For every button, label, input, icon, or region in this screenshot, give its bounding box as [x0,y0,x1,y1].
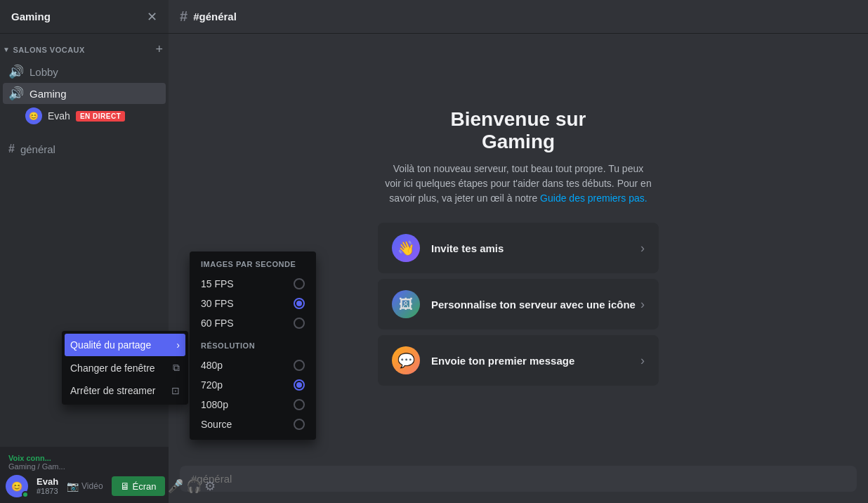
bottom-avatar: 😊 [6,475,28,497]
change-window-label: Changer de fenêtre [70,362,155,374]
chevron-right-message: › [640,353,645,368]
voice-channels-section: ▼ SALONS VOCAUX + 🔊 Lobby 🔊 Gaming 😊 Eva… [0,34,169,133]
fps-30-radio[interactable] [294,298,305,309]
message-icon: 💬 [392,346,420,374]
avatar-evah: 😊 [25,107,42,124]
message-input-bar [169,466,868,503]
voice-connected-channel: Gaming / Gam... [8,462,160,471]
res-source-label: Source [201,419,232,430]
channel-name-gaming: Gaming [29,88,67,100]
voice-connected-label: Voix conn... [8,454,160,462]
online-status-dot [22,491,29,498]
context-menu-quality[interactable]: Qualité du partage › [65,334,185,356]
user-info-bottom: Evah #1873 [37,476,58,497]
fps-option-30[interactable]: 30 FPS [195,294,310,313]
channel-name-lobby: Lobby [29,66,58,78]
hash-icon-general: # [8,143,15,155]
res-720-radio[interactable] [294,379,305,391]
message-input[interactable] [180,466,857,492]
main-header: # #général [169,0,868,34]
server-name: Gaming [11,11,51,22]
channel-name-general: général [20,143,55,155]
action-card-invite[interactable]: 👋 Invite tes amis › [378,223,659,273]
microphone-icon: 🎤 [168,478,183,494]
hash-icon-header: # [180,8,188,25]
voice-icon-lobby: 🔊 [8,64,24,79]
server-header[interactable]: Gaming ✕ [0,0,169,34]
action-label-server-icon: Personnalise ton serveur avec une icône [431,299,640,311]
fps-60-label: 60 FPS [201,318,234,329]
action-label-first-message: Envoie ton premier message [431,355,640,367]
camera-icon: 📷 [67,481,79,492]
resolution-720p[interactable]: 720p [195,375,310,395]
res-1080-label: 1080p [201,399,228,410]
gear-icon: ⚙ [204,478,216,494]
fps-option-60[interactable]: 60 FPS [195,313,310,333]
user-item-evah[interactable]: 😊 Evah EN DIRECT [3,105,166,127]
action-card-server-icon[interactable]: 🖼 Personnalise ton serveur avec une icôn… [378,279,659,329]
fps-15-label: 15 FPS [201,278,234,289]
text-channels-section: # général [0,133,169,164]
welcome-title: Bienvenue surGaming [451,108,586,153]
chevron-right-server: › [640,297,645,312]
resolution-480p[interactable]: 480p [195,355,310,375]
channel-item-lobby[interactable]: 🔊 Lobby [3,61,166,82]
bottom-controls: 😊 Evah #1873 📷 Vidéo 🖥 Écran 🎤 🎧 [6,475,163,497]
mute-button[interactable]: 🎤 [168,475,183,497]
guide-link[interactable]: Guide des premiers pas. [540,192,647,204]
add-channel-icon[interactable]: + [155,42,163,57]
screen-share-button[interactable]: 🖥 Écran [112,476,165,496]
video-button[interactable]: 📷 Vidéo [61,478,108,495]
action-card-first-message[interactable]: 💬 Envoie ton premier message › [378,335,659,386]
bottom-bar: Voix conn... Gaming / Gam... 😊 Evah #187… [0,447,169,503]
video-label: Vidéo [81,481,103,491]
fps-30-label: 30 FPS [201,298,234,309]
chevron-down-icon: ▼ [3,46,10,53]
context-menu-change-window[interactable]: Changer de fenêtre ⧉ [65,356,185,379]
fps-15-radio[interactable] [294,278,305,289]
voice-section-header[interactable]: ▼ SALONS VOCAUX + [0,39,169,60]
live-badge: EN DIRECT [76,111,125,122]
res-720-label: 720p [201,379,223,391]
fps-section-title: IMAGES PAR SECONDE [195,257,310,274]
screen-icon: 🖥 [120,481,130,492]
res-1080-radio[interactable] [294,399,305,410]
invite-icon: 👋 [392,234,420,262]
chevron-right-invite: › [640,241,645,256]
stop-stream-icon: ⊡ [171,385,180,396]
context-menu: Qualité du partage › Changer de fenêtre … [62,331,188,405]
resolution-1080p[interactable]: 1080p [195,395,310,414]
bottom-username: Evah [37,476,58,488]
channel-item-gaming[interactable]: 🔊 Gaming [3,83,166,104]
submenu-chevron-icon: › [176,339,180,351]
action-label-invite: Invite tes amis [431,242,640,254]
voice-section-label: SALONS VOCAUX [13,46,84,54]
channel-item-general[interactable]: # général [3,140,166,158]
change-window-icon: ⧉ [173,362,180,374]
voice-connected-info: Voix conn... Gaming / Gam... [6,452,163,472]
channel-header-name: #général [193,11,237,22]
bottom-discriminator: #1873 [37,487,58,496]
quality-label: Qualité du partage [70,339,151,351]
user-name-evah: Evah [48,110,70,122]
stop-stream-label: Arrêter de streamer [70,385,155,396]
fps-60-radio[interactable] [294,318,305,329]
res-source-radio[interactable] [294,419,305,430]
server-icon-icon: 🖼 [392,290,420,318]
welcome-desc: Voilà ton nouveau serveur, tout beau tou… [385,162,652,206]
sidebar: Gaming ✕ ▼ SALONS VOCAUX + 🔊 Lobby 🔊 Gam… [0,0,169,503]
screen-label: Écran [133,481,157,492]
context-menu-stop-stream[interactable]: Arrêter de streamer ⊡ [65,379,185,402]
headphone-button[interactable]: 🎧 [186,475,202,497]
headphone-icon: 🎧 [186,478,202,494]
res-480-radio[interactable] [294,360,305,371]
voice-icon-gaming: 🔊 [8,86,24,101]
user-settings-button[interactable]: ⚙ [204,475,216,497]
resolution-section-title: RÉSOLUTION [195,339,310,355]
resolution-source[interactable]: Source [195,414,310,434]
fps-option-15[interactable]: 15 FPS [195,274,310,294]
fps-resolution-submenu: IMAGES PAR SECONDE 15 FPS 30 FPS 60 FPS … [190,252,316,440]
res-480-label: 480p [201,360,223,371]
server-settings-icon[interactable]: ✕ [147,9,157,25]
